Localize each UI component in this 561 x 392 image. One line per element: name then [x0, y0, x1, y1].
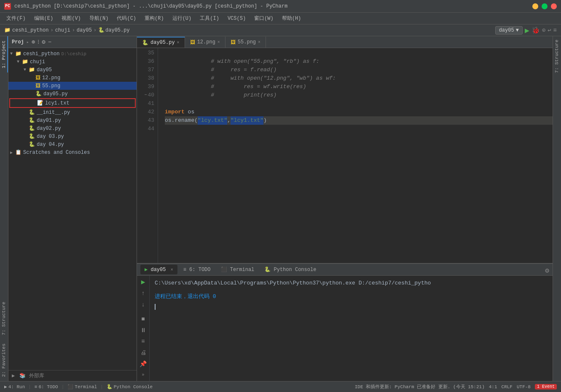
line-num-41: 41	[137, 99, 154, 108]
tab-55png[interactable]: 🖼 55.png ×	[225, 37, 266, 48]
tree-item-55png[interactable]: 🖼 55.png	[8, 82, 137, 90]
scroll-up-button[interactable]: ↑	[139, 290, 148, 298]
bottom-tab-python-console[interactable]: 🐍 Python Console	[260, 265, 320, 274]
run-tab-label: 4: Run	[8, 384, 25, 389]
tree-item-day05[interactable]: ▼ 📁 day05	[8, 66, 137, 74]
expand-arrow[interactable]: ▶	[12, 373, 15, 379]
debug-button[interactable]: 🐞	[531, 26, 540, 35]
run-config-dropdown[interactable]: day05 ▼	[495, 26, 523, 35]
comma: ,	[227, 116, 231, 125]
maximize-button[interactable]	[542, 3, 548, 9]
menu-bar: 文件(F) 编辑(E) 视图(V) 导航(N) 代码(C) 重构(R) 运行(U…	[0, 13, 561, 24]
code-content[interactable]: # with open("55.png", "rb") as f: # res …	[158, 48, 553, 263]
menu-vcs[interactable]: VCS(S)	[223, 14, 250, 23]
menu-view[interactable]: 视图(V)	[57, 13, 85, 24]
menu-refactor[interactable]: 重构(R)	[140, 13, 168, 24]
breadcrumb-project[interactable]: ceshi_python	[12, 27, 48, 33]
run-config-name: day05	[499, 27, 514, 33]
code-editor[interactable]: 35 36 37 38 39 −40 41 42 43 44 # with op…	[137, 48, 553, 263]
menu-edit[interactable]: 编辑(E)	[30, 13, 58, 24]
todo-button[interactable]: ≡ 6: TODO	[35, 384, 58, 389]
close-button[interactable]	[551, 3, 557, 9]
structure-panel-label[interactable]: 7: Structure	[0, 298, 8, 339]
breadcrumb-chuji[interactable]: chuji	[55, 27, 70, 33]
scroll-down-button[interactable]: ↓	[139, 301, 148, 309]
menu-window[interactable]: 窗口(W)	[250, 13, 278, 24]
expand-arrow[interactable]: ▼	[24, 67, 29, 72]
tab-close-icon[interactable]: ×	[258, 40, 260, 45]
bottom-settings-icon[interactable]: ⚙	[545, 266, 549, 275]
terminal-button[interactable]: ⬛ Terminal	[67, 384, 97, 389]
string2: "lcy1.txt"	[231, 116, 263, 125]
scope-icon[interactable]: ⊕	[32, 38, 35, 46]
favorites-panel-label[interactable]: 2: Favorites	[0, 339, 8, 381]
line-numbers: 35 36 37 38 39 −40 41 42 43 44	[137, 48, 158, 263]
menu-code[interactable]: 代码(C)	[113, 13, 140, 24]
tab-day05py[interactable]: 🐍 day05.py ×	[137, 37, 185, 48]
menu-navigate[interactable]: 导航(N)	[85, 13, 113, 24]
tab-close-icon[interactable]: ×	[217, 40, 220, 45]
minimize-button[interactable]	[532, 3, 538, 9]
tree-item-root[interactable]: ▼ 📁 ceshi_python D:\ceship	[8, 50, 137, 58]
run-button[interactable]: ▶	[525, 26, 529, 35]
breadcrumb-day05[interactable]: day05	[77, 27, 92, 33]
tree-item-12png[interactable]: 🖼 12.png	[8, 74, 137, 82]
tab-12png[interactable]: 🖼 12.png ×	[185, 37, 225, 48]
tree-item-init[interactable]: 🐍 __init__.py	[8, 108, 137, 116]
bottom-tab-run[interactable]: ▶ day05 ×	[140, 265, 177, 274]
encoding[interactable]: UTF-8	[517, 384, 531, 389]
stop-button[interactable]: ■	[139, 315, 148, 323]
bottom-tab-terminal[interactable]: ⬛ Terminal	[217, 265, 259, 274]
profile-button[interactable]: ↩	[548, 27, 551, 34]
menu-help[interactable]: 帮助(H)	[278, 13, 306, 24]
run-with-coverage-button[interactable]: ⊙	[542, 27, 545, 34]
tree-item-day04[interactable]: 🐍 day 04.py	[8, 140, 137, 148]
pin-button[interactable]: 📌	[139, 360, 148, 368]
run-play-button[interactable]: ▶	[139, 278, 148, 286]
tab-close-icon[interactable]: ×	[171, 268, 173, 272]
project-panel-label[interactable]: 1: Project	[0, 36, 8, 72]
python-console-button[interactable]: 🐍 Python Console	[107, 384, 153, 389]
ide-status: IDE 和插件更新: PyCharm 已准备好 更新. (今天 15:21)	[355, 384, 485, 390]
line-ending[interactable]: CRLF	[502, 384, 513, 389]
expand-arrow[interactable]: ▼	[17, 59, 22, 64]
expand-arrow[interactable]: ▼	[10, 51, 15, 56]
event-badge[interactable]: 1 Event	[535, 384, 557, 389]
bottom-tab-todo[interactable]: ≡ 6: TODO	[179, 265, 215, 274]
run-tab-button[interactable]: ▶ 4: Run	[4, 384, 25, 389]
tree-item-path: D:\ceship	[61, 51, 86, 56]
tree-item-day03[interactable]: 🐍 day 03.py	[8, 132, 137, 140]
settings-icon[interactable]: ⚙	[42, 38, 45, 46]
line-num-35: 35	[137, 49, 154, 57]
position-indicator[interactable]: 4:1	[489, 384, 497, 389]
external-libraries[interactable]: ▶ 📚 外部库	[8, 370, 137, 381]
console-icon: 🐍	[264, 267, 271, 273]
run-cursor	[155, 304, 156, 310]
tree-item-day02[interactable]: 🐍 day02.py	[8, 124, 137, 132]
scroll-to-end-button[interactable]: ≡	[139, 338, 148, 346]
more-button[interactable]: »	[139, 371, 148, 379]
external-libs-icon: 📚	[19, 373, 26, 379]
tab-close-icon[interactable]: ×	[177, 40, 180, 45]
pause-button[interactable]: ⏸	[139, 327, 148, 335]
tree-item-lcy1txt[interactable]: 📝 lcy1.txt	[9, 98, 136, 108]
layout-icon[interactable]: ⁝	[38, 38, 39, 46]
code-line-36: # with open("55.png", "rb") as f:	[165, 57, 553, 66]
expand-arrow[interactable]: ▶	[10, 150, 15, 155]
minimize-panel-icon[interactable]: −	[48, 39, 51, 46]
print-button[interactable]: 🖨	[139, 349, 148, 357]
tab-label: Terminal	[230, 267, 255, 273]
fold-icon[interactable]: −	[144, 91, 147, 99]
tree-item-day05py[interactable]: 🐍 day05.py	[8, 90, 137, 98]
tree-item-day01[interactable]: 🐍 day01.py	[8, 116, 137, 124]
more-run-button[interactable]: ≡	[553, 27, 557, 34]
menu-run[interactable]: 运行(U)	[168, 13, 196, 24]
breadcrumb-file[interactable]: day05.py	[105, 27, 130, 33]
tree-item-scratches[interactable]: ▶ 📋 Scratches and Consoles	[8, 148, 137, 156]
menu-file[interactable]: 文件(F)	[2, 13, 30, 24]
menu-tools[interactable]: 工具(I)	[196, 13, 223, 24]
tree-item-chuji[interactable]: ▼ 📁 chuji	[8, 58, 137, 66]
structure-label[interactable]: 7: Structure	[553, 36, 561, 76]
comment-text: # with open("55.png", "rb") as f:	[211, 57, 319, 66]
tree-item-label: lcy1.txt	[45, 100, 70, 106]
